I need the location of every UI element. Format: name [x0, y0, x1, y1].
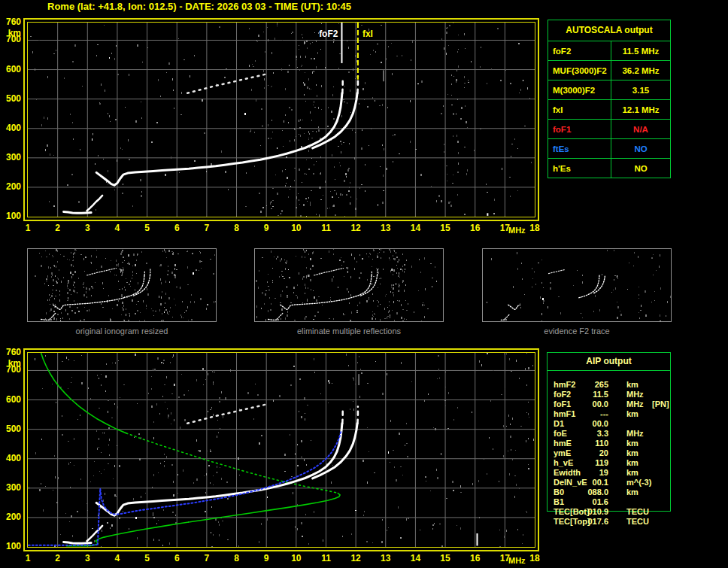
x-tick-label: 9	[256, 553, 276, 563]
aip-row: hmE110km	[547, 439, 671, 448]
aip-param-unit: km	[626, 488, 639, 497]
x-tick-label: 12	[346, 223, 366, 233]
autoscala-row: ftEsNO	[548, 138, 670, 158]
x-tick-label: 14	[405, 223, 425, 233]
y-tick-label: 100	[0, 541, 21, 551]
aip-param-value: 11.5	[569, 390, 608, 399]
autoscala-row-value: NO	[611, 139, 670, 158]
page-title: Rome (lat: +41.8, lon: 012.5) - DATE: 20…	[47, 1, 351, 12]
x-tick-label: 4	[108, 223, 127, 233]
ionogram-canvas-top: foF2fxI	[28, 23, 535, 217]
aip-param-name: B0	[554, 488, 564, 497]
aip-row: ymE20km	[547, 448, 671, 458]
autoscala-row-label: foF2	[548, 41, 611, 60]
thumbnail-canvas	[28, 249, 216, 321]
aip-param-value: 3.3	[569, 429, 608, 439]
aip-param-value: 017.6	[569, 517, 608, 527]
x-axis-unit-label: MHz	[508, 226, 526, 235]
x-tick-label: 11	[316, 553, 335, 563]
aip-param-value: 010.9	[569, 507, 608, 517]
y-tick-label: 200	[0, 181, 21, 192]
autoscala-panel-header: AUTOSCALA output	[548, 20, 670, 41]
aip-param-value: 19	[569, 468, 608, 478]
thumbnail-canvas	[483, 249, 671, 321]
x-tick-label: 3	[77, 223, 97, 233]
autoscala-row-label: fxI	[548, 100, 611, 119]
x-tick-label: 2	[48, 553, 68, 563]
aip-row: hmF2265km	[547, 380, 671, 390]
autoscala-row: M(3000)F23.15	[548, 80, 670, 99]
autoscala-row-value: 12.1 MHz	[611, 100, 670, 119]
aip-param-name: B1	[554, 497, 564, 507]
thumbnail-caption: original ionogram resized	[27, 327, 217, 336]
aip-row: foE3.3MHz	[547, 429, 671, 439]
aip-output-panel: AIP output hmF2265kmfoF211.5MHzfoF100.0M…	[547, 352, 671, 528]
x-tick-label: 1	[18, 223, 38, 233]
aip-param-value: ---	[569, 409, 608, 419]
ionogram-plot-bottom: 760700600500400300200100km12345678910111…	[0, 348, 572, 568]
ionogram-canvas-bottom	[28, 353, 535, 547]
y-tick-label: 600	[0, 394, 21, 405]
aip-param-value: 20	[569, 448, 608, 458]
aip-row: Ewidth19km	[547, 468, 671, 478]
autoscala-row-value: N/A	[611, 120, 670, 138]
autoscala-row-label: M(3000)F2	[548, 80, 611, 99]
x-tick-label: 10	[287, 553, 306, 563]
autoscala-rows: foF211.5 MHzMUF(3000)F236.2 MHzM(3000)F2…	[548, 41, 670, 178]
aip-param-name: foE	[554, 429, 567, 439]
autoscala-row-label: h'Es	[548, 159, 611, 178]
autoscala-row: foF1N/A	[548, 119, 670, 138]
aip-row: TEC[Bot]010.9TECU	[547, 507, 671, 517]
x-tick-label: 4	[108, 553, 127, 563]
svg-text:foF2: foF2	[319, 29, 338, 39]
autoscala-screen: Rome (lat: +41.8, lon: 012.5) - DATE: 20…	[0, 0, 728, 568]
y-tick-label: 600	[0, 64, 21, 74]
autoscala-row-label: foF1	[548, 120, 611, 138]
y-tick-label: 760	[0, 17, 21, 27]
x-tick-label: 2	[48, 223, 68, 233]
thumbnail-frame	[482, 248, 672, 322]
x-tick-label: 18	[525, 553, 544, 563]
aip-param-name: ymE	[554, 448, 571, 458]
x-tick-label: 8	[227, 223, 247, 233]
thumbnail-canvas	[255, 249, 443, 321]
aip-param-unit: MHz	[626, 399, 644, 409]
x-tick-label: 11	[316, 223, 335, 233]
x-tick-label: 15	[435, 223, 455, 233]
y-tick-label: 400	[0, 453, 21, 463]
x-axis-unit-label: MHz	[508, 556, 526, 565]
aip-param-note: [PN]	[652, 399, 669, 409]
aip-param-unit: km	[626, 458, 639, 468]
aip-row: foF100.0MHz[PN]	[547, 399, 671, 409]
aip-param-unit: km	[626, 380, 639, 390]
autoscala-row-label: ftEs	[548, 139, 611, 158]
thumbnail-caption: evidence F2 trace	[482, 327, 672, 336]
autoscala-row: fxI12.1 MHz	[548, 99, 670, 119]
thumbnail-frame	[254, 248, 444, 322]
aip-param-unit: MHz	[626, 390, 644, 399]
plot-inner-bottom	[27, 352, 535, 548]
aip-param-value: 110	[569, 439, 608, 448]
thumbnail-eliminate-reflections: eliminate multiple reflections	[254, 248, 444, 339]
aip-param-name: foF1	[554, 399, 571, 409]
aip-row: foF211.5MHz	[547, 390, 671, 399]
plot-frame-top: foF2fxI	[23, 18, 539, 221]
x-tick-label: 18	[525, 223, 544, 233]
aip-param-unit: MHz	[626, 429, 644, 439]
x-tick-label: 13	[376, 553, 396, 563]
x-tick-label: 6	[167, 223, 187, 233]
plot-frame-bottom	[23, 348, 539, 551]
x-tick-label: 1	[18, 553, 38, 563]
aip-param-unit: km	[626, 448, 639, 458]
x-tick-label: 13	[376, 223, 396, 233]
aip-row: DelN_vE00.1m^(-3)	[547, 478, 671, 488]
aip-param-value: 00.0	[569, 399, 608, 409]
aip-param-value: 00.1	[569, 478, 608, 488]
aip-param-name: D1	[554, 419, 564, 429]
aip-param-value: 00.0	[569, 419, 608, 429]
aip-param-unit: km	[626, 409, 639, 419]
thumbnail-original-ionogram: original ionogram resized	[27, 248, 217, 339]
y-tick-label: 760	[0, 347, 21, 357]
aip-param-unit: km	[626, 439, 639, 448]
ionogram-plot-top: foF2fxI 760700600500400300200100km123456…	[0, 18, 572, 253]
